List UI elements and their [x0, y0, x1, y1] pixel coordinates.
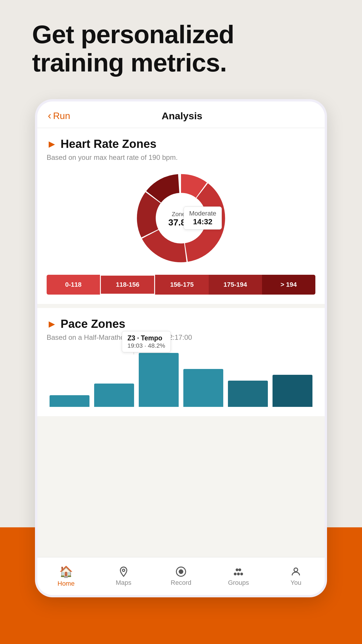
svg-point-11: [236, 568, 239, 571]
phone-mockup: ‹ Run Analysis ► Heart Rate Zones Based …: [35, 99, 327, 597]
zone-3-label: 156-175: [155, 275, 208, 295]
phone-screen: ‹ Run Analysis ► Heart Rate Zones Based …: [37, 102, 325, 595]
groups-icon: [233, 566, 244, 577]
tab-record[interactable]: Record: [152, 566, 210, 587]
tab-home[interactable]: 🏠 Home: [37, 565, 95, 587]
tab-maps-label: Maps: [116, 579, 131, 587]
tab-you[interactable]: You: [267, 566, 325, 587]
bar-4: [183, 369, 223, 407]
zone-legend-bar: 0-118 118-156 156-175 175-194 > 194: [47, 275, 315, 295]
pace-title: Pace Zones: [61, 317, 125, 330]
svg-point-12: [238, 568, 241, 571]
zone-5-label: > 194: [262, 275, 315, 295]
pace-chevron-icon: ►: [47, 318, 57, 330]
donut-wrapper: Zone 2 37.8% Moderate 14:32: [131, 169, 231, 269]
maps-icon: [118, 566, 129, 577]
pace-title-row: ► Pace Zones: [47, 317, 315, 330]
pace-subtitle: Based on a Half-Marathon race time of 2:…: [47, 333, 315, 342]
pace-bar-chart: Z3 · Tempo 19:03 · 48.2%: [47, 349, 315, 407]
zone-tooltip: Moderate 14:32: [184, 206, 222, 230]
tab-record-label: Record: [171, 579, 191, 587]
back-chevron-icon: ‹: [48, 110, 51, 122]
content-area: ► Heart Rate Zones Based on your max hea…: [37, 128, 325, 592]
headline-text: Get personalized training metrics.: [32, 20, 330, 77]
heart-rate-subtitle: Based on your max heart rate of 190 bpm.: [47, 153, 315, 162]
svg-point-15: [240, 573, 243, 575]
zone-1-label: 0-118: [47, 275, 100, 295]
zone-4-label: 175-194: [209, 275, 262, 295]
pace-tooltip-line1: Z3 · Tempo: [127, 334, 165, 342]
heart-rate-chevron-icon: ►: [47, 138, 57, 150]
page-title: Analysis: [70, 110, 294, 122]
svg-point-10: [179, 570, 183, 573]
bar-5: [228, 381, 268, 407]
tab-groups-label: Groups: [228, 579, 249, 587]
bar-1: [50, 395, 89, 407]
svg-point-8: [122, 569, 125, 571]
home-icon: 🏠: [59, 565, 73, 578]
svg-point-14: [237, 573, 240, 575]
donut-chart-container: Zone 2 37.8% Moderate 14:32: [47, 169, 315, 269]
pace-zones-section: ► Pace Zones Based on a Half-Marathon ra…: [37, 308, 325, 416]
heart-rate-title: Heart Rate Zones: [61, 137, 157, 150]
back-button[interactable]: ‹ Run: [48, 110, 70, 122]
back-label: Run: [53, 111, 70, 121]
bar-6: [273, 375, 312, 407]
record-icon: [175, 566, 187, 577]
bar-2: [94, 384, 134, 407]
svg-point-13: [234, 573, 237, 575]
bar-3: [139, 353, 179, 407]
pace-tooltip-line2: 19:03 · 48.2%: [127, 342, 165, 349]
you-icon: [290, 566, 301, 577]
tooltip-value: 14:32: [189, 217, 216, 226]
tab-groups[interactable]: Groups: [210, 566, 267, 587]
heart-rate-section: ► Heart Rate Zones Based on your max hea…: [37, 128, 325, 304]
svg-point-16: [294, 568, 298, 572]
tab-home-label: Home: [57, 580, 75, 587]
heart-rate-title-row: ► Heart Rate Zones: [47, 137, 315, 150]
tooltip-title: Moderate: [189, 210, 216, 217]
tab-maps[interactable]: Maps: [95, 566, 152, 587]
navigation-bar: ‹ Run Analysis: [37, 102, 325, 128]
tab-you-label: You: [291, 579, 301, 587]
zone-2-label: 118-156: [100, 275, 155, 295]
pace-tooltip: Z3 · Tempo 19:03 · 48.2%: [122, 331, 171, 352]
tab-bar: 🏠 Home Maps Record: [37, 557, 325, 595]
